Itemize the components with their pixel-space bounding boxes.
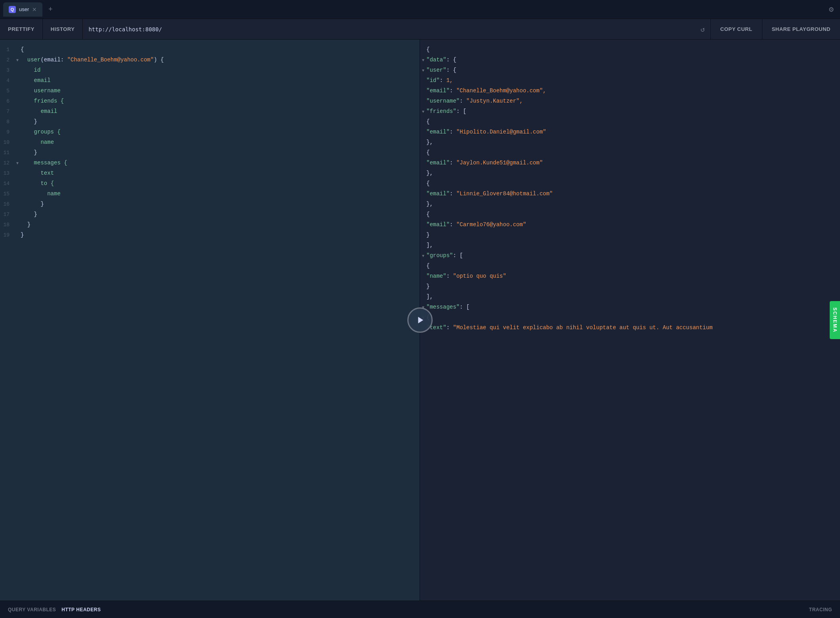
editor-line: 19} <box>0 230 420 240</box>
result-line: "name": "optio quo quis" <box>420 271 840 281</box>
json-content: "email": "Linnie_Glover84@hotmail.com" <box>426 189 840 198</box>
editor-line: 6 friends { <box>0 96 420 106</box>
json-content: "text": "Molestiae qui velit explicabo a… <box>426 323 840 332</box>
result-line: } <box>420 281 840 292</box>
query-variables-tab[interactable]: QUERY VARIABLES <box>8 607 61 612</box>
json-content: "groups": [ <box>426 251 840 260</box>
result-line: { <box>420 116 840 127</box>
editor-line: 4 email <box>0 75 420 86</box>
line-number: 14 <box>0 181 14 187</box>
editor-line: 10 name <box>0 137 420 147</box>
result-line: ▼ "user": { <box>420 65 840 75</box>
result-line: { <box>420 178 840 189</box>
tab-label: user <box>19 6 29 12</box>
token: } <box>34 118 37 125</box>
json-content: "username": "Justyn.Kautzer", <box>426 96 840 106</box>
url-reset-icon[interactable]: ↺ <box>701 25 705 34</box>
collapse-arrow[interactable]: ▼ <box>420 110 426 114</box>
line-number: 16 <box>0 201 14 207</box>
line-content: } <box>21 199 420 209</box>
json-content: }, <box>426 137 840 147</box>
collapse-arrow[interactable]: ▼ <box>420 58 426 63</box>
json-content: "email": "Chanelle_Boehm@yahoo.com", <box>426 86 840 95</box>
tab-bar: Q user ✕ + ⚙ <box>0 0 840 19</box>
http-headers-tab[interactable]: HTTP HEADERS <box>61 607 106 612</box>
run-query-button[interactable] <box>407 307 433 333</box>
result-line: "text": "Molestiae qui velit explicabo a… <box>420 322 840 333</box>
line-number: 17 <box>0 212 14 217</box>
tab-user[interactable]: Q user ✕ <box>3 2 42 17</box>
editor-line: 3 id <box>0 65 420 75</box>
copy-curl-button[interactable]: COPY CURL <box>710 19 762 40</box>
tracing-tab[interactable]: TRACING <box>809 607 832 612</box>
result-line: ▼ "groups": [ <box>420 250 840 261</box>
json-content: "friends": [ <box>426 107 840 116</box>
json-content: "email": "Hipolito.Daniel@gmail.com" <box>426 127 840 137</box>
editor-line: 16 } <box>0 199 420 209</box>
schema-tab[interactable]: SCHEMA <box>830 301 840 339</box>
new-tab-button[interactable]: + <box>44 3 57 16</box>
token: } <box>27 221 31 228</box>
result-line: "email": "Hipolito.Daniel@gmail.com" <box>420 127 840 137</box>
result-line: }, <box>420 168 840 178</box>
token: messages { <box>34 160 67 166</box>
collapse-arrow[interactable]: ▼ <box>420 254 426 258</box>
result-line: { <box>420 261 840 271</box>
result-line: "id": 1, <box>420 75 840 86</box>
json-content: ], <box>426 292 840 301</box>
line-number: 7 <box>0 109 14 114</box>
json-content: { <box>426 148 840 157</box>
tab-icon: Q <box>9 6 16 13</box>
token: email <box>40 108 57 114</box>
token: } <box>40 201 44 207</box>
close-icon[interactable]: ✕ <box>32 7 37 12</box>
result-line: ▼ "friends": [ <box>420 106 840 116</box>
token: user <box>27 57 41 63</box>
share-playground-button[interactable]: SHARE PLAYGROUND <box>762 19 840 40</box>
token: email <box>44 57 61 63</box>
json-content: { <box>426 313 840 322</box>
token: } <box>34 211 37 217</box>
token: id <box>34 67 41 73</box>
result-line: "username": "Justyn.Kautzer", <box>420 96 840 106</box>
line-number: 19 <box>0 232 14 238</box>
url-bar: ↺ <box>83 19 710 40</box>
collapse-arrow[interactable]: ▼ <box>14 58 21 63</box>
collapse-arrow[interactable]: ▼ <box>420 69 426 73</box>
editor-line: 8 } <box>0 116 420 127</box>
token: text <box>40 170 54 176</box>
result-line: }, <box>420 199 840 209</box>
line-number: 15 <box>0 191 14 197</box>
line-content: name <box>21 189 420 198</box>
token: ) { <box>154 57 164 63</box>
collapse-arrow[interactable]: ▼ <box>14 161 21 166</box>
line-number: 8 <box>0 119 14 125</box>
token: username <box>34 88 61 94</box>
token: } <box>34 149 37 156</box>
line-number: 11 <box>0 150 14 156</box>
line-content: name <box>21 137 420 147</box>
editor-line: 11 } <box>0 147 420 158</box>
json-content: "user": { <box>426 65 840 75</box>
token: } <box>21 232 24 238</box>
result-line: "email": "Chanelle_Boehm@yahoo.com", <box>420 86 840 96</box>
settings-icon[interactable]: ⚙ <box>826 1 837 17</box>
json-content: "messages": [ <box>426 302 840 312</box>
result-line: } <box>420 230 840 240</box>
prettify-button[interactable]: PRETTIFY <box>0 19 43 40</box>
line-content: { <box>21 45 420 54</box>
history-button[interactable]: HISTORY <box>43 19 83 40</box>
editor-line: 1{ <box>0 44 420 55</box>
line-number: 9 <box>0 129 14 135</box>
url-input[interactable] <box>88 26 697 32</box>
line-number: 5 <box>0 88 14 94</box>
line-number: 12 <box>0 160 14 166</box>
line-content: } <box>21 210 420 219</box>
json-content: { <box>426 117 840 126</box>
result-line: { <box>420 209 840 219</box>
line-number: 2 <box>0 57 14 63</box>
line-content: email <box>21 107 420 116</box>
token: name <box>47 191 61 197</box>
main-content: 1{2▼ user(email: "Chanelle_Boehm@yahoo.c… <box>0 40 840 601</box>
editor-line: 7 email <box>0 106 420 116</box>
